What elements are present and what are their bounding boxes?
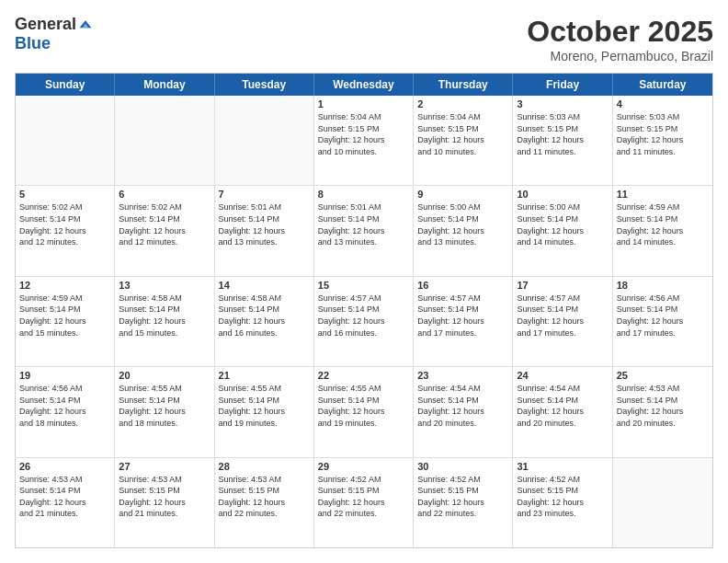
- calendar-cell: 7Sunrise: 5:01 AM Sunset: 5:14 PM Daylig…: [215, 186, 314, 275]
- calendar-day-header: Monday: [115, 74, 214, 96]
- calendar-week-row: 1Sunrise: 5:04 AM Sunset: 5:15 PM Daylig…: [16, 96, 712, 186]
- day-info: Sunrise: 4:57 AM Sunset: 5:14 PM Dayligh…: [517, 293, 608, 339]
- day-info: Sunrise: 4:56 AM Sunset: 5:14 PM Dayligh…: [617, 293, 709, 339]
- calendar: SundayMondayTuesdayWednesdayThursdayFrid…: [15, 73, 713, 548]
- calendar-cell: 20Sunrise: 4:55 AM Sunset: 5:14 PM Dayli…: [115, 367, 214, 456]
- title-section: October 2025 Moreno, Pernambuco, Brazil: [527, 15, 713, 63]
- calendar-cell: 6Sunrise: 5:02 AM Sunset: 5:14 PM Daylig…: [115, 186, 214, 275]
- day-info: Sunrise: 4:58 AM Sunset: 5:14 PM Dayligh…: [219, 293, 310, 339]
- calendar-day-header: Friday: [513, 74, 612, 96]
- day-number: 4: [617, 98, 709, 109]
- logo-icon: [78, 17, 93, 32]
- day-info: Sunrise: 4:53 AM Sunset: 5:14 PM Dayligh…: [19, 474, 110, 520]
- calendar-week-row: 26Sunrise: 4:53 AM Sunset: 5:14 PM Dayli…: [16, 458, 712, 547]
- calendar-cell: 12Sunrise: 4:59 AM Sunset: 5:14 PM Dayli…: [16, 277, 115, 366]
- calendar-week-row: 5Sunrise: 5:02 AM Sunset: 5:14 PM Daylig…: [16, 186, 712, 276]
- day-number: 29: [318, 461, 409, 472]
- calendar-cell: 16Sunrise: 4:57 AM Sunset: 5:14 PM Dayli…: [414, 277, 513, 366]
- page: General Blue October 2025 Moreno, Pernam…: [0, 0, 728, 563]
- day-info: Sunrise: 4:57 AM Sunset: 5:14 PM Dayligh…: [417, 293, 508, 339]
- calendar-cell: 9Sunrise: 5:00 AM Sunset: 5:14 PM Daylig…: [414, 186, 513, 275]
- day-info: Sunrise: 5:03 AM Sunset: 5:15 PM Dayligh…: [517, 111, 608, 157]
- calendar-body: 1Sunrise: 5:04 AM Sunset: 5:15 PM Daylig…: [16, 96, 712, 547]
- day-info: Sunrise: 5:01 AM Sunset: 5:14 PM Dayligh…: [219, 201, 310, 247]
- calendar-cell-empty: [16, 96, 115, 185]
- calendar-cell: 30Sunrise: 4:52 AM Sunset: 5:15 PM Dayli…: [414, 458, 513, 547]
- calendar-header: SundayMondayTuesdayWednesdayThursdayFrid…: [16, 74, 712, 96]
- day-info: Sunrise: 4:53 AM Sunset: 5:15 PM Dayligh…: [219, 474, 310, 520]
- day-number: 12: [19, 280, 110, 291]
- calendar-day-header: Sunday: [16, 74, 115, 96]
- day-number: 2: [417, 98, 508, 109]
- day-info: Sunrise: 4:52 AM Sunset: 5:15 PM Dayligh…: [417, 474, 508, 520]
- calendar-day-header: Thursday: [414, 74, 513, 96]
- day-number: 18: [617, 280, 709, 291]
- day-info: Sunrise: 4:52 AM Sunset: 5:15 PM Dayligh…: [318, 474, 409, 520]
- calendar-cell: 25Sunrise: 4:53 AM Sunset: 5:14 PM Dayli…: [613, 367, 712, 456]
- day-number: 8: [318, 189, 409, 200]
- calendar-cell: 22Sunrise: 4:55 AM Sunset: 5:14 PM Dayli…: [314, 367, 414, 456]
- logo: General Blue: [15, 15, 93, 53]
- day-number: 20: [119, 370, 210, 381]
- day-number: 24: [517, 370, 608, 381]
- day-info: Sunrise: 4:59 AM Sunset: 5:14 PM Dayligh…: [617, 201, 709, 247]
- day-number: 13: [119, 280, 210, 291]
- calendar-cell: 15Sunrise: 4:57 AM Sunset: 5:14 PM Dayli…: [314, 277, 414, 366]
- day-number: 5: [19, 189, 110, 200]
- calendar-week-row: 19Sunrise: 4:56 AM Sunset: 5:14 PM Dayli…: [16, 367, 712, 457]
- day-number: 9: [417, 189, 508, 200]
- calendar-cell: 4Sunrise: 5:03 AM Sunset: 5:15 PM Daylig…: [613, 96, 712, 185]
- calendar-cell: 26Sunrise: 4:53 AM Sunset: 5:14 PM Dayli…: [16, 458, 115, 547]
- header: General Blue October 2025 Moreno, Pernam…: [15, 15, 713, 63]
- day-number: 27: [119, 461, 210, 472]
- day-number: 22: [318, 370, 409, 381]
- calendar-cell: 29Sunrise: 4:52 AM Sunset: 5:15 PM Dayli…: [314, 458, 414, 547]
- day-number: 30: [417, 461, 508, 472]
- day-number: 19: [19, 370, 110, 381]
- day-number: 26: [19, 461, 110, 472]
- month-title: October 2025: [527, 15, 713, 49]
- calendar-cell: 23Sunrise: 4:54 AM Sunset: 5:14 PM Dayli…: [414, 367, 513, 456]
- day-info: Sunrise: 5:02 AM Sunset: 5:14 PM Dayligh…: [119, 201, 210, 247]
- day-number: 3: [517, 98, 608, 109]
- day-info: Sunrise: 5:01 AM Sunset: 5:14 PM Dayligh…: [318, 201, 409, 247]
- day-info: Sunrise: 4:55 AM Sunset: 5:14 PM Dayligh…: [119, 383, 210, 429]
- calendar-cell-empty: [115, 96, 214, 185]
- calendar-cell: 17Sunrise: 4:57 AM Sunset: 5:14 PM Dayli…: [513, 277, 612, 366]
- calendar-cell: 27Sunrise: 4:53 AM Sunset: 5:15 PM Dayli…: [115, 458, 214, 547]
- day-number: 25: [617, 370, 709, 381]
- logo-general-text: General: [15, 15, 76, 34]
- day-info: Sunrise: 4:55 AM Sunset: 5:14 PM Dayligh…: [219, 383, 310, 429]
- day-info: Sunrise: 5:03 AM Sunset: 5:15 PM Dayligh…: [617, 111, 709, 157]
- day-number: 23: [417, 370, 508, 381]
- calendar-cell: 19Sunrise: 4:56 AM Sunset: 5:14 PM Dayli…: [16, 367, 115, 456]
- calendar-cell: 14Sunrise: 4:58 AM Sunset: 5:14 PM Dayli…: [215, 277, 314, 366]
- calendar-cell: 28Sunrise: 4:53 AM Sunset: 5:15 PM Dayli…: [215, 458, 314, 547]
- calendar-cell: 21Sunrise: 4:55 AM Sunset: 5:14 PM Dayli…: [215, 367, 314, 456]
- day-info: Sunrise: 4:55 AM Sunset: 5:14 PM Dayligh…: [318, 383, 409, 429]
- day-info: Sunrise: 5:04 AM Sunset: 5:15 PM Dayligh…: [417, 111, 508, 157]
- day-info: Sunrise: 5:02 AM Sunset: 5:14 PM Dayligh…: [19, 201, 110, 247]
- calendar-day-header: Tuesday: [215, 74, 314, 96]
- calendar-cell: 1Sunrise: 5:04 AM Sunset: 5:15 PM Daylig…: [314, 96, 414, 185]
- calendar-cell: 3Sunrise: 5:03 AM Sunset: 5:15 PM Daylig…: [513, 96, 612, 185]
- day-info: Sunrise: 5:04 AM Sunset: 5:15 PM Dayligh…: [318, 111, 409, 157]
- day-number: 1: [318, 98, 409, 109]
- calendar-cell: 10Sunrise: 5:00 AM Sunset: 5:14 PM Dayli…: [513, 186, 612, 275]
- day-number: 14: [219, 280, 310, 291]
- logo-blue-text: Blue: [15, 34, 51, 53]
- day-number: 11: [617, 189, 709, 200]
- day-info: Sunrise: 4:59 AM Sunset: 5:14 PM Dayligh…: [19, 293, 110, 339]
- day-number: 28: [219, 461, 310, 472]
- calendar-cell: 8Sunrise: 5:01 AM Sunset: 5:14 PM Daylig…: [314, 186, 414, 275]
- day-info: Sunrise: 4:52 AM Sunset: 5:15 PM Dayligh…: [517, 474, 608, 520]
- day-number: 16: [417, 280, 508, 291]
- calendar-cell: 18Sunrise: 4:56 AM Sunset: 5:14 PM Dayli…: [613, 277, 712, 366]
- calendar-cell-empty: [215, 96, 314, 185]
- calendar-cell: 5Sunrise: 5:02 AM Sunset: 5:14 PM Daylig…: [16, 186, 115, 275]
- day-info: Sunrise: 4:53 AM Sunset: 5:14 PM Dayligh…: [617, 383, 709, 429]
- day-info: Sunrise: 4:54 AM Sunset: 5:14 PM Dayligh…: [517, 383, 608, 429]
- calendar-cell-empty: [613, 458, 712, 547]
- calendar-cell: 31Sunrise: 4:52 AM Sunset: 5:15 PM Dayli…: [513, 458, 612, 547]
- day-info: Sunrise: 4:54 AM Sunset: 5:14 PM Dayligh…: [417, 383, 508, 429]
